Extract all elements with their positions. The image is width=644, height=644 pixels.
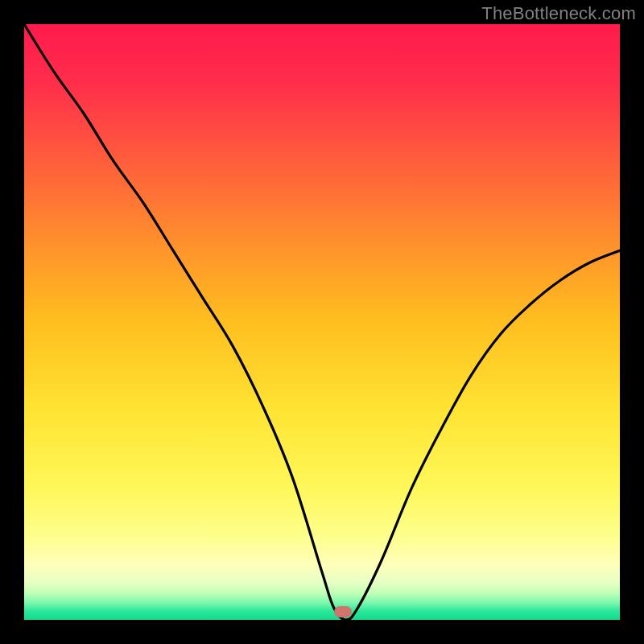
plot-area [24,24,620,620]
bottleneck-curve [24,24,620,620]
watermark-text: TheBottleneck.com [481,3,636,24]
min-point-marker [334,606,352,617]
chart-container: TheBottleneck.com [0,0,644,644]
